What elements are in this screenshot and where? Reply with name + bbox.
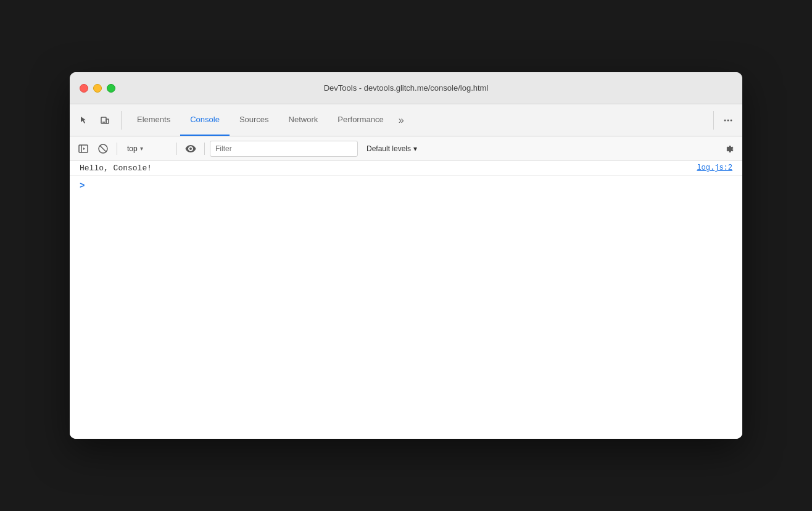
tabs-right-controls bbox=[713, 111, 737, 130]
toolbar-right bbox=[720, 140, 737, 157]
settings-button[interactable] bbox=[720, 140, 737, 157]
console-toolbar: top ▾ Default levels ▾ bbox=[70, 136, 742, 161]
maximize-button[interactable] bbox=[107, 84, 115, 93]
window-title: DevTools - devtools.glitch.me/console/lo… bbox=[324, 83, 489, 93]
console-output: Hello, Console! log.js:2 > bbox=[70, 161, 742, 439]
devtools-window: DevTools - devtools.glitch.me/console/lo… bbox=[70, 72, 742, 439]
tab-icon-group bbox=[75, 111, 122, 130]
toolbar-divider-3 bbox=[204, 143, 205, 155]
svg-point-5 bbox=[731, 119, 732, 121]
log-source-link[interactable]: log.js:2 bbox=[697, 164, 732, 172]
svg-point-3 bbox=[724, 119, 726, 121]
tab-elements[interactable]: Elements bbox=[127, 104, 180, 136]
console-prompt-line: > bbox=[70, 176, 742, 196]
main-tabs: Elements Console Sources Network Perform… bbox=[127, 104, 713, 136]
tab-console[interactable]: Console bbox=[180, 104, 230, 136]
more-options-button[interactable] bbox=[719, 111, 737, 130]
close-button[interactable] bbox=[80, 84, 88, 93]
minimize-button[interactable] bbox=[93, 84, 102, 93]
inspect-element-button[interactable] bbox=[75, 111, 93, 130]
svg-line-10 bbox=[100, 146, 106, 152]
tabs-bar: Elements Console Sources Network Perform… bbox=[70, 104, 742, 136]
tabs-overflow-button[interactable]: » bbox=[394, 104, 409, 136]
traffic-lights bbox=[80, 84, 115, 93]
tab-network[interactable]: Network bbox=[279, 104, 328, 136]
titlebar: DevTools - devtools.glitch.me/console/lo… bbox=[70, 72, 742, 104]
prompt-arrow-icon: > bbox=[80, 181, 85, 191]
devtools-body: Elements Console Sources Network Perform… bbox=[70, 104, 742, 439]
svg-marker-8 bbox=[83, 147, 85, 150]
log-levels-button[interactable]: Default levels ▾ bbox=[360, 142, 423, 156]
console-input[interactable] bbox=[88, 180, 732, 192]
sidebar-toggle-button[interactable] bbox=[75, 140, 92, 157]
svg-point-4 bbox=[727, 119, 729, 121]
context-selector[interactable]: top ▾ bbox=[122, 142, 172, 156]
filter-input[interactable] bbox=[210, 141, 358, 157]
filter-input-container bbox=[210, 141, 358, 157]
device-toggle-button[interactable] bbox=[96, 111, 114, 130]
toolbar-divider-1 bbox=[117, 143, 117, 155]
live-expressions-button[interactable] bbox=[182, 140, 199, 157]
log-message: Hello, Console! bbox=[80, 164, 152, 173]
log-entry: Hello, Console! log.js:2 bbox=[70, 161, 742, 176]
svg-rect-1 bbox=[106, 119, 109, 123]
tab-sources[interactable]: Sources bbox=[230, 104, 279, 136]
tab-performance[interactable]: Performance bbox=[328, 104, 393, 136]
toolbar-divider-2 bbox=[176, 143, 177, 155]
clear-console-button[interactable] bbox=[94, 140, 112, 157]
